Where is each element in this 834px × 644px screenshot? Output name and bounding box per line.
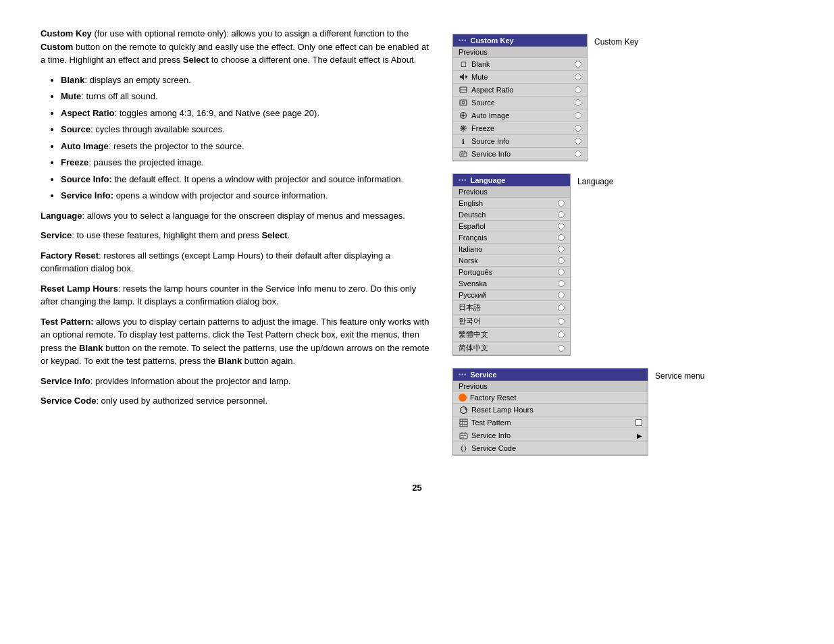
bullet-blank: Blank: displays an empty screen. — [61, 74, 432, 87]
service-info-icon — [459, 431, 468, 440]
service-menu-header: ••• Service — [453, 369, 648, 381]
svg-rect-12 — [460, 152, 467, 157]
language-espanol-item[interactable]: Español — [453, 221, 570, 232]
custom-key-mute-item[interactable]: Mute — [453, 71, 587, 84]
language-diagram-label: Language — [577, 173, 613, 186]
japanese-radio[interactable] — [558, 304, 565, 311]
italiano-radio[interactable] — [558, 246, 565, 252]
mute-radio[interactable] — [575, 74, 581, 80]
reset-lamp-icon — [459, 405, 468, 414]
page-number: 25 — [41, 483, 793, 493]
service-menu: ••• Service Previous Factory Reset — [452, 368, 648, 456]
service-serviceinfo-item[interactable]: Service Info ▶ — [453, 429, 648, 442]
english-radio[interactable] — [558, 200, 565, 207]
bullet-list: Blank: displays an empty screen. Mute: t… — [61, 74, 432, 203]
language-traditional-chinese-item[interactable]: 繁體中文 — [453, 328, 570, 342]
serviceinfo-arrow-icon: ▶ — [637, 432, 642, 439]
portugues-radio[interactable] — [558, 269, 565, 275]
svenska-radio[interactable] — [558, 280, 565, 287]
service-info-paragraph: Service Info: provides information about… — [41, 375, 432, 388]
service-factory-reset-item[interactable]: Factory Reset — [453, 392, 648, 404]
serviceinfo-ck-radio[interactable] — [575, 151, 581, 157]
serviceinfo-icon — [459, 149, 468, 159]
blank-radio[interactable] — [575, 61, 581, 68]
custom-key-blank-item[interactable]: ☐ Blank — [453, 58, 587, 71]
custom-key-source-item[interactable]: Source — [453, 97, 587, 109]
language-paragraph: Language: allows you to select a languag… — [41, 209, 432, 223]
simp-chinese-radio[interactable] — [558, 345, 565, 352]
language-simplified-chinese-item[interactable]: 简体中文 — [453, 342, 570, 355]
test-pattern-icon — [459, 418, 468, 427]
svg-rect-5 — [460, 100, 467, 105]
russian-radio[interactable] — [558, 292, 565, 298]
language-svenska-item[interactable]: Svenska — [453, 278, 570, 290]
custom-key-sourceinfo-item[interactable]: ℹ Source Info — [453, 135, 587, 148]
language-menu: ••• Language Previous English Deutsch Es… — [452, 173, 571, 356]
service-test-pattern-item[interactable]: Test Pattern — [453, 417, 648, 429]
francais-radio[interactable] — [558, 234, 565, 241]
service-code-icon — [459, 444, 468, 453]
blank-icon: ☐ — [459, 59, 468, 69]
bullet-sourceinfo: Source Info: the default effect. It open… — [61, 173, 432, 186]
language-francais-item[interactable]: Français — [453, 232, 570, 244]
main-content: Custom Key (for use with optional remote… — [41, 27, 793, 456]
custom-key-menu-header: ••• Custom Key — [453, 34, 587, 47]
language-russian-item[interactable]: Русский — [453, 290, 570, 301]
service-diagram-row: ••• Service Previous Factory Reset — [452, 368, 704, 456]
custom-key-previous-item[interactable]: Previous — [453, 47, 587, 58]
language-portugues-item[interactable]: Português — [453, 267, 570, 278]
bullet-mute: Mute: turns off all sound. — [61, 90, 432, 103]
freeze-radio[interactable] — [575, 125, 581, 132]
service-previous-item[interactable]: Previous — [453, 381, 648, 392]
deutsch-radio[interactable] — [558, 211, 565, 218]
service-reset-lamp-item[interactable]: Reset Lamp Hours — [453, 404, 648, 417]
aspectratio-radio[interactable] — [575, 86, 581, 93]
test-pattern-checkbox[interactable] — [635, 419, 642, 426]
factory-reset-paragraph: Factory Reset: restores all settings (ex… — [41, 249, 432, 275]
language-previous-item[interactable]: Previous — [453, 186, 570, 198]
service-dots-icon: ••• — [459, 371, 467, 378]
language-norsk-item[interactable]: Norsk — [453, 255, 570, 267]
language-menu-header: ••• Language — [453, 174, 570, 186]
bullet-aspect: Aspect Ratio: toggles among 4:3, 16:9, a… — [61, 107, 432, 120]
service-code-paragraph: Service Code: only used by authorized se… — [41, 394, 432, 408]
custom-key-autoimage-item[interactable]: Auto Image — [453, 109, 587, 122]
language-japanese-item[interactable]: 日本語 — [453, 301, 570, 315]
bullet-serviceinfo: Service Info: opens a window with projec… — [61, 189, 432, 203]
service-paragraph: Service: to use these features, highligh… — [41, 229, 432, 242]
custom-key-diagram-label: Custom Key — [594, 34, 638, 47]
freeze-icon — [459, 124, 468, 133]
custom-key-serviceinfo-item[interactable]: Service Info — [453, 148, 587, 161]
test-pattern-paragraph: Test Pattern: allows you to display cert… — [41, 315, 432, 368]
custom-key-menu: ••• Custom Key Previous ☐ Blank — [452, 34, 588, 161]
svg-point-6 — [462, 101, 465, 104]
svg-rect-24 — [460, 433, 467, 439]
custom-key-freeze-item[interactable]: Freeze — [453, 122, 587, 135]
language-english-item[interactable]: English — [453, 198, 570, 209]
reset-lamp-paragraph: Reset Lamp Hours: resets the lamp hours … — [41, 282, 432, 308]
autoimage-icon — [459, 111, 468, 120]
espanol-radio[interactable] — [558, 223, 565, 230]
custom-key-label: Custom Key — [41, 28, 92, 38]
service-diagram-label: Service menu — [655, 368, 704, 381]
factory-reset-icon — [459, 394, 467, 402]
source-radio[interactable] — [575, 99, 581, 106]
trad-chinese-radio[interactable] — [558, 331, 565, 338]
autoimage-radio[interactable] — [575, 112, 581, 119]
custom-key-diagram-row: ••• Custom Key Previous ☐ Blank — [452, 34, 704, 161]
bullet-freeze: Freeze: pauses the projected image. — [61, 156, 432, 169]
language-deutsch-item[interactable]: Deutsch — [453, 209, 570, 221]
norsk-radio[interactable] — [558, 257, 565, 264]
custom-key-aspectratio-item[interactable]: Aspect Ratio — [453, 84, 587, 97]
language-dots-icon: ••• — [459, 177, 467, 184]
service-servicecode-item[interactable]: Service Code — [453, 442, 648, 455]
language-italiano-item[interactable]: Italiano — [453, 244, 570, 255]
language-korean-item[interactable]: 한국어 — [453, 315, 570, 328]
sourceinfo-icon: ℹ — [459, 136, 468, 146]
menu-dots-icon: ••• — [459, 37, 467, 44]
svg-rect-19 — [460, 419, 467, 427]
korean-radio[interactable] — [558, 318, 565, 325]
mute-icon — [459, 72, 468, 82]
custom-key-paragraph: Custom Key (for use with optional remote… — [41, 27, 432, 67]
sourceinfo-radio[interactable] — [575, 138, 581, 144]
